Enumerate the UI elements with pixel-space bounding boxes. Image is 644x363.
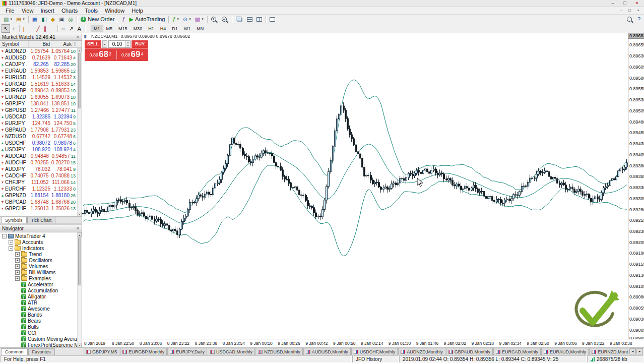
crosshair-tool[interactable]: +	[10, 24, 17, 33]
timeframe-w1-button[interactable]: W1	[181, 25, 194, 32]
menu-tools[interactable]: Tools	[81, 7, 101, 15]
market-watch-tab-symbols[interactable]: Symbols	[1, 217, 27, 223]
chart-tab-gbpaud-monthly[interactable]: GBPAUD,Monthly	[446, 348, 493, 355]
market-watch-toggle[interactable]: ▦	[30, 15, 39, 24]
timeframe-h4-button[interactable]: H4	[157, 25, 169, 32]
chart-tab-eurcad-monthly[interactable]: EURCAD,Monthly	[493, 348, 541, 355]
market-watch-row-gbpcad[interactable]: ▼GBPCAD1.687481.6876820	[0, 199, 82, 205]
tree-expander-icon[interactable]: +	[15, 258, 20, 263]
navigator-item-bands[interactable]: ƒBands	[0, 312, 82, 318]
tile-horizontally-button[interactable]	[245, 15, 254, 24]
indicators-button[interactable]: ƒ▾	[170, 15, 181, 24]
timeframe-h1-button[interactable]: H1	[145, 25, 157, 32]
timeframe-mn-button[interactable]: MN	[194, 25, 207, 32]
menu-charts[interactable]: Charts	[58, 7, 81, 15]
navigator-item-cci[interactable]: ƒCCI	[0, 330, 82, 336]
market-watch-row-usdchf[interactable]: ▲USDCHF0.980720.980786	[0, 140, 82, 146]
minimize-button[interactable]: –	[607, 0, 619, 7]
scrollbar-thumb[interactable]	[78, 237, 81, 285]
navigator-item-atr[interactable]: ƒATR	[0, 299, 82, 306]
strategy-tester-toggle[interactable]: ◎	[67, 15, 76, 24]
tree-expander-icon[interactable]: +	[9, 240, 13, 245]
buy-button[interactable]: BUY	[132, 40, 148, 48]
search-button[interactable]	[625, 15, 635, 24]
profiles-button[interactable]: ▤▾	[14, 15, 27, 24]
menu-insert[interactable]: Insert	[37, 7, 58, 15]
data-window-toggle[interactable]: ◧	[39, 15, 48, 24]
chart-tab-eurgbp-monthly[interactable]: EURGBP,Monthly	[120, 348, 167, 355]
navigator-item-metatrader-4[interactable]: −MetaTrader 4	[0, 233, 82, 239]
zoom-out-button[interactable]: −	[220, 15, 230, 24]
navigator-item-oscillators[interactable]: +Oscillators	[0, 257, 82, 263]
market-watch-row-usdjpy[interactable]: ▲USDJPY108.920108.9244	[0, 146, 82, 153]
scroll-down-icon[interactable]: ▼	[78, 212, 82, 216]
market-watch-row-cadchf[interactable]: ▼CADCHF0.740750.7408813	[0, 172, 82, 179]
tabs-scroll-right-icon[interactable]: ►	[636, 348, 643, 354]
chart-tab-eurjpy-daily[interactable]: EURJPY,Daily	[167, 348, 207, 355]
navigator-item-trend[interactable]: +Trend	[0, 251, 82, 257]
market-watch-row-eurusd[interactable]: ▼EURUSD1.145291.145323	[0, 74, 82, 81]
zoom-in-button[interactable]: +	[209, 15, 220, 24]
column-header-ask[interactable]: Ask	[51, 41, 73, 47]
market-watch-row-eurcad[interactable]: ▼EURCAD1.516191.5163314	[0, 81, 82, 87]
price-chart[interactable]	[82, 33, 628, 339]
menu-help[interactable]: Help	[128, 7, 147, 15]
fibonacci-tool[interactable]: ≡	[48, 24, 55, 33]
new-order-button[interactable]: +New Order	[79, 15, 116, 24]
navigator-item-custom-moving-averages[interactable]: ƒCustom Moving Averages	[0, 336, 82, 342]
navigator-toggle[interactable]: ◆	[49, 15, 57, 24]
shapes-tool[interactable]: ○	[59, 24, 67, 33]
navigator-item-forexprofitsupreme-meter[interactable]: ƒForexProfitSupreme Meter	[0, 342, 82, 347]
market-watch-row-eurjpy[interactable]: ▼EURJPY124.745124.7505	[0, 120, 82, 127]
autotrading-button[interactable]: ▶AutoTrading	[127, 15, 167, 24]
arrows-tool[interactable]: ↗	[67, 24, 76, 33]
chart-tab-audusd-monthly[interactable]: AUDUSD,Monthly	[303, 348, 351, 355]
timeframe-d1-button[interactable]: D1	[169, 25, 181, 32]
channel-tool[interactable]: ∥	[42, 24, 49, 33]
navigator-item-bulls[interactable]: ƒBulls	[0, 324, 82, 330]
terminal-toggle[interactable]: ▣	[57, 15, 66, 24]
sell-button[interactable]: SELL	[85, 40, 101, 48]
trade-panel-menu-icon[interactable]: ▾	[102, 40, 107, 48]
market-watch-row-eurnzd[interactable]: ▼EURNZD1.690551.6907318	[0, 94, 82, 100]
column-header-spread[interactable]: !	[73, 41, 82, 47]
menu-window[interactable]: Window	[101, 7, 128, 15]
tree-expander-icon[interactable]: +	[15, 270, 20, 275]
market-watch-row-gbpnzd[interactable]: ▲GBPNZD1.881541.8818026	[0, 192, 82, 199]
timeframe-m5-button[interactable]: M5	[103, 25, 116, 32]
new-chart-button[interactable]: ▥▾	[2, 15, 14, 24]
lot-size-field[interactable]: 0.10 ▲ ▼	[108, 40, 131, 48]
chart-tab-usdchf-monthly[interactable]: USDCHF,Monthly	[351, 348, 398, 355]
scroll-up-icon[interactable]: ▲	[78, 232, 82, 237]
menu-file[interactable]: File	[2, 7, 18, 15]
chart-close-button[interactable]: ×	[634, 8, 642, 14]
scrollbar-thumb[interactable]	[78, 53, 81, 108]
vertical-line-tool[interactable]: |	[21, 24, 27, 33]
navigator-item-accumulation[interactable]: ƒAccumulation	[0, 287, 82, 293]
tile-vertically-button[interactable]	[254, 15, 264, 24]
navigator-tab-favorites[interactable]: Favorites	[28, 348, 55, 355]
chart-restore-button[interactable]: □	[625, 8, 634, 14]
chart-minimize-button[interactable]: –	[617, 8, 625, 14]
navigator-item-accelerator[interactable]: ƒAccelerator	[0, 281, 82, 287]
tree-expander-icon[interactable]: +	[15, 264, 20, 269]
market-watch-row-gbpaud[interactable]: ▼GBPAUD1.779081.7793123	[0, 127, 82, 133]
close-button[interactable]: ×	[631, 0, 643, 7]
market-watch-row-chfjpy[interactable]: ▼CHFJPY111.052111.06614	[0, 179, 82, 186]
navigator-item-volumes[interactable]: +Volumes	[0, 263, 82, 269]
navigator-item-accounts[interactable]: +Accounts	[0, 239, 82, 245]
column-header-symbol[interactable]: Symbol	[0, 41, 29, 47]
chart-tab-audnzd-monthly[interactable]: AUDNZD,Monthly	[398, 348, 445, 355]
chart-tab-eurnzd-monthly[interactable]: EURNZD,Monthly	[589, 348, 628, 355]
cursor-tool[interactable]: ↖	[2, 24, 10, 33]
scroll-up-icon[interactable]: ▲	[78, 48, 82, 52]
market-watch-row-audnzd[interactable]: ▼AUDNZD1.057541.0576410	[0, 48, 82, 54]
market-watch-row-cadjpy[interactable]: ▲CADJPY82.26582.28520	[0, 61, 82, 68]
trendline-tool[interactable]: ╱	[34, 24, 42, 33]
market-watch-row-euraud[interactable]: ▼EURAUD1.598531.5986512	[0, 68, 82, 74]
market-watch-row-audusd[interactable]: ▼AUDUSD0.716390.716434	[0, 54, 82, 61]
navigator-item-alligator[interactable]: ƒAlligator	[0, 293, 82, 299]
market-watch-row-gbpusd[interactable]: ▼GBPUSD1.274661.2747711	[0, 107, 82, 113]
scroll-down-icon[interactable]: ▼	[78, 343, 82, 347]
navigator-item-awesome[interactable]: ƒAwesome	[0, 306, 82, 312]
